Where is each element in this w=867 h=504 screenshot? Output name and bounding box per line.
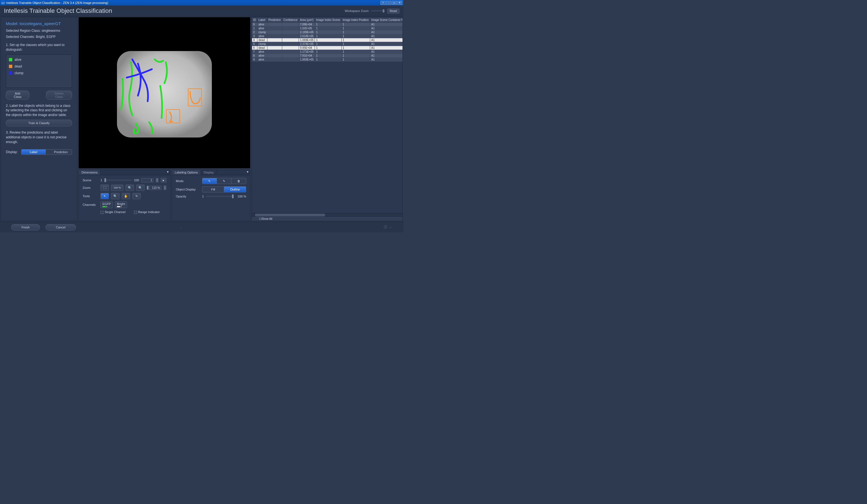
panel-dropdown-icon[interactable]: ▾ bbox=[165, 170, 170, 175]
col-header[interactable]: Prediction bbox=[267, 18, 282, 23]
tab-dimensions[interactable]: Dimensions bbox=[79, 170, 100, 175]
zoom-100-button[interactable]: 100 % bbox=[111, 185, 124, 191]
table-row[interactable]: 9alive1.983E+0511A11 bbox=[252, 58, 403, 62]
tool-zoom[interactable]: 🔍 bbox=[111, 193, 119, 199]
range-indicator-checkbox[interactable]: Range Indicator bbox=[134, 210, 160, 214]
table-cell: 1 bbox=[341, 38, 370, 42]
scene-value[interactable]: 1 bbox=[141, 178, 153, 183]
zoom-fit-button[interactable]: ⛶ bbox=[100, 185, 109, 191]
table-cell: 3 bbox=[252, 34, 257, 38]
mode-draw[interactable]: ✎ bbox=[217, 178, 232, 184]
outline-button[interactable]: Outline bbox=[224, 187, 246, 192]
opacity-slider[interactable] bbox=[206, 196, 234, 197]
tab-display[interactable]: Display bbox=[201, 170, 217, 175]
close-button[interactable]: ✕ bbox=[397, 1, 402, 5]
table-row[interactable]: 0alive7.09E+0411A11 bbox=[252, 23, 403, 26]
table-cell: A1 bbox=[370, 23, 403, 26]
chevron-up-icon[interactable]: ︿ bbox=[389, 225, 392, 230]
scene-spinner[interactable]: ▲▼ bbox=[156, 178, 159, 183]
table-cell: alive bbox=[257, 58, 267, 62]
table-row[interactable]: 3alive2.618E+0511A11 bbox=[252, 34, 403, 38]
col-header[interactable]: Area (µm²) bbox=[299, 18, 315, 23]
class-item-clump[interactable]: clump bbox=[6, 70, 72, 76]
info-icon[interactable]: ⓘ bbox=[384, 225, 387, 230]
table-row[interactable]: 4dead1.069E+0511A11 bbox=[252, 38, 403, 42]
image-viewer[interactable] bbox=[78, 17, 250, 168]
display-label-button[interactable]: Label bbox=[21, 150, 46, 154]
class-label: dead bbox=[14, 64, 22, 68]
channel-bright-label: Bright bbox=[117, 202, 125, 206]
table-cell: A1 bbox=[370, 30, 403, 34]
results-table[interactable]: IDLabelPredictionConfidenceArea (µm²)Ima… bbox=[252, 17, 403, 213]
col-header[interactable]: Confidence bbox=[282, 18, 299, 23]
scene-slider[interactable] bbox=[104, 179, 132, 181]
fill-button[interactable]: Fill bbox=[202, 187, 224, 192]
show-all-checkbox[interactable]: Show All bbox=[261, 217, 272, 220]
table-cell bbox=[282, 42, 299, 46]
table-row[interactable]: 7alive1.171E+0511A11 bbox=[252, 50, 403, 54]
table-cell bbox=[282, 46, 299, 50]
delete-class-button[interactable]: Delete Class bbox=[46, 91, 72, 100]
table-cell: 7.91E+04 bbox=[299, 54, 315, 58]
table-cell: 1 bbox=[315, 50, 341, 54]
pointer-icon: ↖ bbox=[104, 194, 106, 198]
help-button[interactable]: ? bbox=[381, 1, 385, 5]
table-hscroll[interactable] bbox=[252, 213, 403, 217]
table-row[interactable]: 2clump2.189E+0511A11 bbox=[252, 30, 403, 34]
tool-picker[interactable]: ✎ bbox=[132, 193, 141, 199]
zoom-out-button[interactable]: 🔍 bbox=[126, 185, 134, 191]
table-row[interactable]: 1alive1.02E+0511A11 bbox=[252, 26, 403, 30]
table-cell: 2.374E+05 bbox=[299, 42, 315, 46]
table-cell: 1 bbox=[341, 58, 370, 62]
channel-egfp[interactable]: EGFP bbox=[100, 201, 113, 208]
zoom-value[interactable]: 110 % bbox=[149, 186, 161, 190]
mode-pointer[interactable]: ↖ bbox=[202, 178, 217, 184]
scene-play-button[interactable]: ▶ bbox=[161, 178, 167, 183]
expand-footer-icon[interactable]: ︿ bbox=[180, 226, 182, 229]
tool-pan[interactable]: ✋ bbox=[122, 193, 130, 199]
minimize-button[interactable]: – bbox=[386, 1, 391, 5]
zoom-spinner[interactable]: ▲▼ bbox=[163, 186, 167, 190]
col-header[interactable]: Image Index Position bbox=[341, 18, 370, 23]
add-class-button[interactable]: Add Class bbox=[6, 91, 29, 100]
class-item-dead[interactable]: dead bbox=[6, 63, 72, 70]
panel-dropdown-icon[interactable]: ▾ bbox=[245, 170, 250, 175]
class-item-alive[interactable]: alive bbox=[6, 56, 72, 63]
dimensions-panel: Dimensions ▾ Scene 1 100 1 ▲▼ ▶ Zoom bbox=[78, 169, 171, 221]
zoom-in-button[interactable]: 🔍 bbox=[136, 185, 144, 191]
workspace-zoom-slider[interactable] bbox=[371, 10, 385, 11]
channel-bright[interactable]: Bright bbox=[115, 201, 127, 208]
table-cell bbox=[267, 34, 282, 38]
table-cell: dead bbox=[257, 46, 267, 50]
table-cell bbox=[267, 38, 282, 42]
display-prediction-button[interactable]: Prediction bbox=[46, 150, 72, 154]
col-header[interactable]: Image Scene Container Name bbox=[370, 18, 403, 23]
reset-button[interactable]: Reset bbox=[387, 9, 399, 13]
col-header[interactable]: ID bbox=[252, 18, 257, 23]
table-cell: 1.069E+05 bbox=[299, 38, 315, 42]
table-cell: 1 bbox=[315, 42, 341, 46]
train-classify-button[interactable]: Train & Classify bbox=[6, 120, 72, 127]
col-header[interactable]: Label bbox=[257, 18, 267, 23]
single-channel-checkbox[interactable]: Single Channel bbox=[100, 210, 126, 214]
table-row[interactable]: 5clump2.374E+0511A11 bbox=[252, 42, 403, 46]
col-header[interactable]: Image Index Scene bbox=[315, 18, 341, 23]
table-cell: clump bbox=[257, 30, 267, 34]
channels-label: Channels bbox=[83, 203, 98, 206]
table-cell: 1 bbox=[315, 38, 341, 42]
model-name: Model: toccelegans_apeerGT bbox=[6, 21, 72, 26]
table-row[interactable]: 8alive7.91E+0411A11 bbox=[252, 54, 403, 58]
table-cell: alive bbox=[257, 23, 267, 26]
table-cell: 0 bbox=[252, 23, 257, 26]
mode-delete[interactable]: 🗑 bbox=[232, 178, 246, 184]
zoom-out-icon: 🔍 bbox=[128, 186, 132, 190]
tool-pointer[interactable]: ↖ bbox=[100, 193, 109, 199]
chevron-down-icon bbox=[106, 206, 111, 208]
finish-button[interactable]: Finish bbox=[11, 224, 40, 230]
table-cell: 9.95E+04 bbox=[299, 46, 315, 50]
maximize-button[interactable]: ▭ bbox=[392, 1, 397, 5]
tab-labeling-options[interactable]: Labeling Options bbox=[172, 170, 201, 175]
cancel-button[interactable]: Cancel bbox=[45, 224, 76, 230]
table-row[interactable]: 6dead9.95E+0411A11 bbox=[252, 46, 403, 50]
table-cell: 8 bbox=[252, 54, 257, 58]
